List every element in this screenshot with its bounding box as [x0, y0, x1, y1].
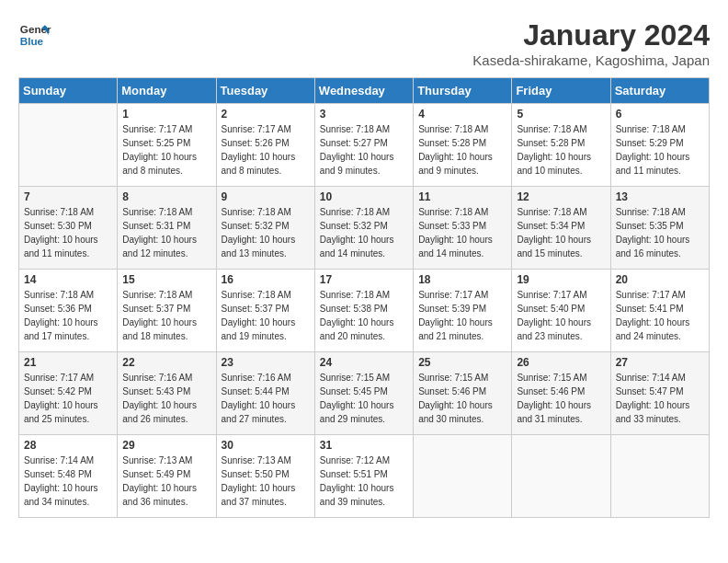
sunset-info: Sunset: 5:50 PM	[222, 469, 290, 479]
day-number: 15	[122, 273, 210, 286]
daylight-info: Daylight: 10 hours and 25 minutes.	[24, 400, 98, 424]
sunset-info: Sunset: 5:46 PM	[517, 386, 585, 396]
calendar-cell: 30 Sunrise: 7:13 AM Sunset: 5:50 PM Dayl…	[216, 435, 314, 518]
sunrise-info: Sunrise: 7:18 AM	[320, 290, 390, 300]
daylight-info: Daylight: 10 hours and 10 minutes.	[517, 152, 591, 176]
sunset-info: Sunset: 5:26 PM	[222, 138, 290, 148]
daylight-info: Daylight: 10 hours and 37 minutes.	[222, 483, 296, 507]
calendar-cell: 7 Sunrise: 7:18 AM Sunset: 5:30 PM Dayli…	[19, 187, 118, 270]
sunrise-info: Sunrise: 7:17 AM	[616, 290, 686, 300]
sunset-info: Sunset: 5:45 PM	[320, 386, 388, 396]
daylight-info: Daylight: 10 hours and 11 minutes.	[24, 235, 98, 259]
weekday-header-friday: Friday	[512, 78, 610, 104]
day-number: 1	[122, 108, 210, 121]
sunrise-info: Sunrise: 7:18 AM	[418, 207, 488, 217]
daylight-info: Daylight: 10 hours and 29 minutes.	[320, 400, 394, 424]
location: Kaseda-shirakame, Kagoshima, Japan	[472, 52, 710, 68]
daylight-info: Daylight: 10 hours and 39 minutes.	[320, 483, 394, 507]
sunset-info: Sunset: 5:44 PM	[222, 386, 290, 396]
daylight-info: Daylight: 10 hours and 8 minutes.	[222, 152, 296, 176]
day-number: 18	[418, 273, 506, 286]
sunset-info: Sunset: 5:38 PM	[320, 304, 388, 314]
daylight-info: Daylight: 10 hours and 11 minutes.	[616, 152, 690, 176]
weekday-header-sunday: Sunday	[19, 78, 118, 104]
sunrise-info: Sunrise: 7:18 AM	[517, 207, 586, 217]
calendar-week-5: 28 Sunrise: 7:14 AM Sunset: 5:48 PM Dayl…	[19, 435, 710, 518]
daylight-info: Daylight: 10 hours and 9 minutes.	[418, 152, 493, 176]
day-number: 17	[320, 273, 408, 286]
day-number: 20	[616, 273, 704, 286]
sunrise-info: Sunrise: 7:18 AM	[320, 124, 390, 134]
day-number: 23	[222, 356, 310, 369]
calendar-week-3: 14 Sunrise: 7:18 AM Sunset: 5:36 PM Dayl…	[19, 270, 710, 352]
sunset-info: Sunset: 5:37 PM	[122, 304, 190, 314]
sunset-info: Sunset: 5:51 PM	[320, 469, 388, 479]
daylight-info: Daylight: 10 hours and 9 minutes.	[320, 152, 394, 176]
sunrise-info: Sunrise: 7:18 AM	[320, 207, 390, 217]
daylight-info: Daylight: 10 hours and 8 minutes.	[122, 152, 197, 176]
day-number: 16	[222, 273, 310, 286]
calendar-table: SundayMondayTuesdayWednesdayThursdayFrid…	[18, 77, 710, 518]
calendar-cell: 9 Sunrise: 7:18 AM Sunset: 5:32 PM Dayli…	[216, 187, 314, 270]
day-number: 9	[222, 190, 310, 203]
sunrise-info: Sunrise: 7:18 AM	[418, 124, 488, 134]
daylight-info: Daylight: 10 hours and 13 minutes.	[222, 235, 296, 259]
sunrise-info: Sunrise: 7:15 AM	[517, 373, 586, 383]
daylight-info: Daylight: 10 hours and 18 minutes.	[122, 317, 197, 341]
sunset-info: Sunset: 5:46 PM	[418, 386, 486, 396]
sunset-info: Sunset: 5:28 PM	[517, 138, 585, 148]
calendar-cell: 6 Sunrise: 7:18 AM Sunset: 5:29 PM Dayli…	[610, 104, 709, 187]
day-number: 12	[517, 190, 605, 203]
daylight-info: Daylight: 10 hours and 15 minutes.	[517, 235, 591, 259]
sunset-info: Sunset: 5:32 PM	[320, 221, 388, 231]
day-number: 7	[24, 190, 112, 203]
sunset-info: Sunset: 5:43 PM	[122, 386, 190, 396]
sunrise-info: Sunrise: 7:18 AM	[517, 124, 586, 134]
sunrise-info: Sunrise: 7:17 AM	[517, 290, 586, 300]
daylight-info: Daylight: 10 hours and 20 minutes.	[320, 317, 394, 341]
calendar-cell: 31 Sunrise: 7:12 AM Sunset: 5:51 PM Dayl…	[314, 435, 413, 518]
day-number: 13	[616, 190, 704, 203]
logo-icon: General Blue	[18, 18, 51, 52]
day-number: 11	[418, 190, 506, 203]
sunset-info: Sunset: 5:25 PM	[122, 138, 190, 148]
calendar-cell: 27 Sunrise: 7:14 AM Sunset: 5:47 PM Dayl…	[610, 352, 709, 435]
daylight-info: Daylight: 10 hours and 27 minutes.	[222, 400, 296, 424]
calendar-cell: 2 Sunrise: 7:17 AM Sunset: 5:26 PM Dayli…	[216, 104, 314, 187]
daylight-info: Daylight: 10 hours and 24 minutes.	[616, 317, 690, 341]
daylight-info: Daylight: 10 hours and 36 minutes.	[122, 483, 197, 507]
calendar-cell: 11 Sunrise: 7:18 AM Sunset: 5:33 PM Dayl…	[414, 187, 512, 270]
sunrise-info: Sunrise: 7:17 AM	[24, 373, 94, 383]
calendar-cell: 15 Sunrise: 7:18 AM Sunset: 5:37 PM Dayl…	[118, 270, 216, 352]
calendar-cell: 28 Sunrise: 7:14 AM Sunset: 5:48 PM Dayl…	[19, 435, 118, 518]
calendar-cell	[610, 435, 709, 518]
sunset-info: Sunset: 5:48 PM	[24, 469, 92, 479]
daylight-info: Daylight: 10 hours and 31 minutes.	[517, 400, 591, 424]
daylight-info: Daylight: 10 hours and 12 minutes.	[122, 235, 197, 259]
sunset-info: Sunset: 5:37 PM	[222, 304, 290, 314]
sunset-info: Sunset: 5:31 PM	[122, 221, 190, 231]
sunset-info: Sunset: 5:47 PM	[616, 386, 684, 396]
weekday-header-tuesday: Tuesday	[216, 78, 314, 104]
weekday-header-wednesday: Wednesday	[314, 78, 413, 104]
calendar-cell: 22 Sunrise: 7:16 AM Sunset: 5:43 PM Dayl…	[118, 352, 216, 435]
svg-text:Blue: Blue	[20, 35, 44, 47]
sunset-info: Sunset: 5:42 PM	[24, 386, 92, 396]
calendar-week-1: 1 Sunrise: 7:17 AM Sunset: 5:25 PM Dayli…	[19, 104, 710, 187]
day-number: 27	[616, 356, 704, 369]
day-number: 2	[222, 108, 310, 121]
day-number: 19	[517, 273, 605, 286]
sunrise-info: Sunrise: 7:14 AM	[616, 373, 686, 383]
calendar-cell: 19 Sunrise: 7:17 AM Sunset: 5:40 PM Dayl…	[512, 270, 610, 352]
day-number: 10	[320, 190, 408, 203]
sunrise-info: Sunrise: 7:18 AM	[616, 207, 686, 217]
sunrise-info: Sunrise: 7:18 AM	[24, 290, 94, 300]
sunset-info: Sunset: 5:40 PM	[517, 304, 585, 314]
calendar-cell: 18 Sunrise: 7:17 AM Sunset: 5:39 PM Dayl…	[414, 270, 512, 352]
sunset-info: Sunset: 5:28 PM	[418, 138, 486, 148]
sunrise-info: Sunrise: 7:13 AM	[122, 455, 192, 465]
sunrise-info: Sunrise: 7:18 AM	[616, 124, 686, 134]
sunset-info: Sunset: 5:33 PM	[418, 221, 486, 231]
day-number: 26	[517, 356, 605, 369]
calendar-cell: 25 Sunrise: 7:15 AM Sunset: 5:46 PM Dayl…	[414, 352, 512, 435]
